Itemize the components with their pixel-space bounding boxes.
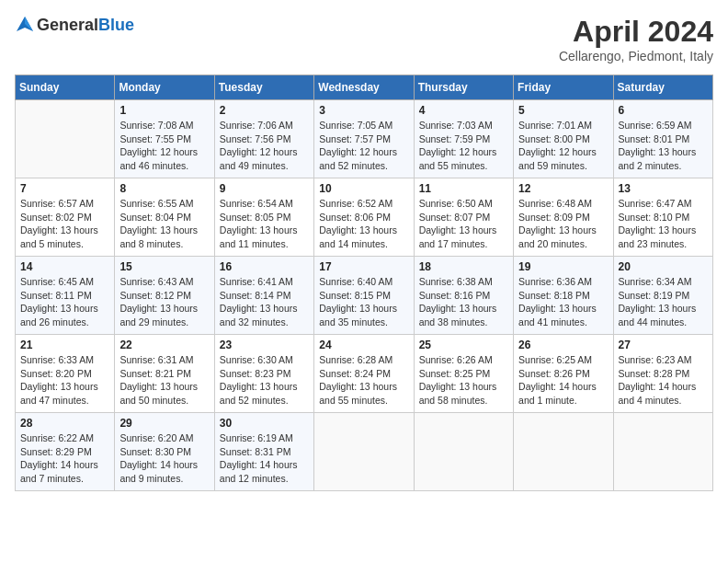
calendar-cell: 29Sunrise: 6:20 AMSunset: 8:30 PMDayligh…: [115, 413, 214, 491]
calendar-cell: 20Sunrise: 6:34 AMSunset: 8:19 PMDayligh…: [613, 257, 712, 335]
day-info: Sunrise: 6:31 AMSunset: 8:21 PMDaylight:…: [119, 353, 209, 408]
calendar-cell: 14Sunrise: 6:45 AMSunset: 8:11 PMDayligh…: [16, 257, 115, 335]
calendar-cell: 13Sunrise: 6:47 AMSunset: 8:10 PMDayligh…: [613, 178, 712, 257]
day-info: Sunrise: 6:28 AMSunset: 8:24 PMDaylight:…: [319, 353, 408, 408]
day-info: Sunrise: 6:20 AMSunset: 8:30 PMDaylight:…: [119, 431, 209, 486]
calendar-cell: 7Sunrise: 6:57 AMSunset: 8:02 PMDaylight…: [16, 178, 115, 257]
calendar-cell: 16Sunrise: 6:41 AMSunset: 8:14 PMDayligh…: [214, 257, 313, 335]
calendar-cell: [613, 413, 712, 491]
day-number: 17: [319, 260, 408, 273]
day-info: Sunrise: 6:41 AMSunset: 8:14 PMDaylight:…: [220, 275, 309, 329]
calendar-cell: 10Sunrise: 6:52 AMSunset: 8:06 PMDayligh…: [314, 178, 414, 257]
day-info: Sunrise: 6:47 AMSunset: 8:10 PMDaylight:…: [619, 197, 708, 251]
calendar-cell: [314, 413, 414, 491]
day-number: 4: [419, 104, 508, 117]
calendar-cell: 4Sunrise: 7:03 AMSunset: 7:59 PMDaylight…: [414, 100, 513, 178]
day-info: Sunrise: 6:23 AMSunset: 8:28 PMDaylight:…: [619, 353, 708, 408]
day-info: Sunrise: 6:19 AMSunset: 8:31 PMDaylight:…: [220, 431, 309, 486]
calendar-cell: [514, 413, 613, 491]
day-number: 14: [20, 260, 109, 273]
day-number: 15: [119, 260, 209, 273]
day-info: Sunrise: 6:52 AMSunset: 8:06 PMDaylight:…: [319, 197, 408, 251]
day-number: 2: [220, 104, 309, 117]
day-number: 18: [419, 260, 508, 273]
weekday-saturday: Saturday: [613, 75, 712, 100]
weekday-tuesday: Tuesday: [214, 75, 313, 100]
calendar-table: SundayMondayTuesdayWednesdayThursdayFrid…: [15, 75, 713, 491]
calendar-cell: 26Sunrise: 6:25 AMSunset: 8:26 PMDayligh…: [514, 335, 613, 413]
weekday-wednesday: Wednesday: [314, 75, 414, 100]
calendar-cell: 1Sunrise: 7:08 AMSunset: 7:55 PMDaylight…: [115, 100, 214, 178]
calendar-cell: [414, 413, 513, 491]
calendar-cell: 3Sunrise: 7:05 AMSunset: 7:57 PMDaylight…: [314, 100, 414, 178]
day-info: Sunrise: 6:54 AMSunset: 8:05 PMDaylight:…: [220, 197, 309, 251]
day-info: Sunrise: 7:08 AMSunset: 7:55 PMDaylight:…: [119, 119, 209, 173]
day-info: Sunrise: 6:38 AMSunset: 8:16 PMDaylight:…: [419, 275, 508, 329]
day-number: 8: [119, 182, 209, 195]
calendar-cell: 6Sunrise: 6:59 AMSunset: 8:01 PMDaylight…: [613, 100, 712, 178]
calendar-week-4: 28Sunrise: 6:22 AMSunset: 8:29 PMDayligh…: [16, 413, 713, 491]
calendar-cell: 23Sunrise: 6:30 AMSunset: 8:23 PMDayligh…: [214, 335, 313, 413]
day-number: 16: [220, 260, 309, 273]
calendar-cell: 21Sunrise: 6:33 AMSunset: 8:20 PMDayligh…: [16, 335, 115, 413]
day-number: 29: [119, 417, 209, 430]
calendar-week-3: 21Sunrise: 6:33 AMSunset: 8:20 PMDayligh…: [16, 335, 713, 413]
location-title: Cellarengo, Piedmont, Italy: [559, 49, 713, 63]
day-info: Sunrise: 6:55 AMSunset: 8:04 PMDaylight:…: [119, 197, 209, 251]
day-number: 26: [518, 339, 608, 351]
calendar-cell: 8Sunrise: 6:55 AMSunset: 8:04 PMDaylight…: [115, 178, 214, 257]
calendar-week-0: 1Sunrise: 7:08 AMSunset: 7:55 PMDaylight…: [16, 100, 713, 178]
day-info: Sunrise: 7:03 AMSunset: 7:59 PMDaylight:…: [419, 119, 508, 173]
weekday-monday: Monday: [115, 75, 214, 100]
day-info: Sunrise: 7:01 AMSunset: 8:00 PMDaylight:…: [518, 119, 608, 173]
day-info: Sunrise: 6:22 AMSunset: 8:29 PMDaylight:…: [20, 431, 109, 486]
day-number: 30: [220, 417, 309, 430]
day-info: Sunrise: 6:45 AMSunset: 8:11 PMDaylight:…: [20, 275, 109, 329]
day-info: Sunrise: 6:34 AMSunset: 8:19 PMDaylight:…: [619, 275, 708, 329]
day-number: 22: [119, 339, 209, 351]
calendar-cell: 28Sunrise: 6:22 AMSunset: 8:29 PMDayligh…: [16, 413, 115, 491]
logo-icon: [15, 15, 35, 35]
weekday-friday: Friday: [514, 75, 613, 100]
logo-text-general: General: [37, 16, 98, 34]
weekday-header-row: SundayMondayTuesdayWednesdayThursdayFrid…: [16, 75, 713, 100]
calendar-cell: 18Sunrise: 6:38 AMSunset: 8:16 PMDayligh…: [414, 257, 513, 335]
day-number: 27: [619, 339, 708, 351]
day-number: 5: [518, 104, 608, 117]
calendar-cell: 9Sunrise: 6:54 AMSunset: 8:05 PMDaylight…: [214, 178, 313, 257]
day-info: Sunrise: 6:40 AMSunset: 8:15 PMDaylight:…: [319, 275, 408, 329]
day-number: 24: [319, 339, 408, 351]
day-info: Sunrise: 6:33 AMSunset: 8:20 PMDaylight:…: [20, 353, 109, 408]
day-number: 9: [220, 182, 309, 195]
calendar-header: SundayMondayTuesdayWednesdayThursdayFrid…: [16, 75, 713, 100]
day-number: 20: [619, 260, 708, 273]
day-number: 28: [20, 417, 109, 430]
day-number: 23: [220, 339, 309, 351]
day-info: Sunrise: 6:59 AMSunset: 8:01 PMDaylight:…: [619, 119, 708, 173]
calendar-cell: 30Sunrise: 6:19 AMSunset: 8:31 PMDayligh…: [214, 413, 313, 491]
calendar-cell: 5Sunrise: 7:01 AMSunset: 8:00 PMDaylight…: [514, 100, 613, 178]
calendar-cell: 19Sunrise: 6:36 AMSunset: 8:18 PMDayligh…: [514, 257, 613, 335]
day-number: 6: [619, 104, 708, 117]
calendar-cell: 11Sunrise: 6:50 AMSunset: 8:07 PMDayligh…: [414, 178, 513, 257]
calendar-week-2: 14Sunrise: 6:45 AMSunset: 8:11 PMDayligh…: [16, 257, 713, 335]
calendar-cell: 15Sunrise: 6:43 AMSunset: 8:12 PMDayligh…: [115, 257, 214, 335]
day-number: 21: [20, 339, 109, 351]
day-number: 7: [20, 182, 109, 195]
day-number: 3: [319, 104, 408, 117]
header: GeneralBlue April 2024 Cellarengo, Piedm…: [15, 15, 713, 63]
day-info: Sunrise: 6:57 AMSunset: 8:02 PMDaylight:…: [20, 197, 109, 251]
day-info: Sunrise: 6:30 AMSunset: 8:23 PMDaylight:…: [220, 353, 309, 408]
calendar-cell: 12Sunrise: 6:48 AMSunset: 8:09 PMDayligh…: [514, 178, 613, 257]
calendar-cell: [16, 100, 115, 178]
day-number: 19: [518, 260, 608, 273]
title-area: April 2024 Cellarengo, Piedmont, Italy: [559, 15, 713, 63]
day-number: 1: [119, 104, 209, 117]
day-number: 10: [319, 182, 408, 195]
day-info: Sunrise: 6:26 AMSunset: 8:25 PMDaylight:…: [419, 353, 508, 408]
day-info: Sunrise: 6:36 AMSunset: 8:18 PMDaylight:…: [518, 275, 608, 329]
calendar-cell: 2Sunrise: 7:06 AMSunset: 7:56 PMDaylight…: [214, 100, 313, 178]
calendar-body: 1Sunrise: 7:08 AMSunset: 7:55 PMDaylight…: [16, 100, 713, 491]
day-number: 11: [419, 182, 508, 195]
day-info: Sunrise: 7:06 AMSunset: 7:56 PMDaylight:…: [220, 119, 309, 173]
